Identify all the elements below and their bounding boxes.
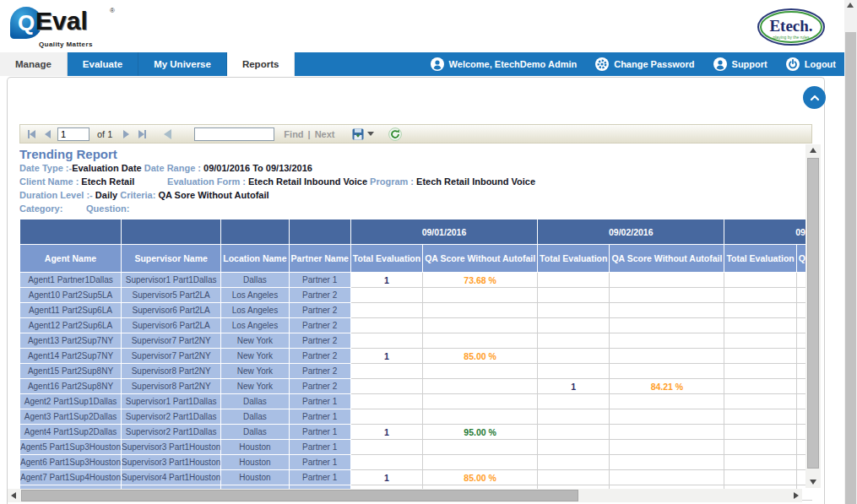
table-row: Agent10 Part2Sup5LASupervisor5 Part2LALo… <box>20 288 813 303</box>
qa-score-header: QA Score Without Autofail <box>610 245 724 273</box>
qa-score-cell <box>610 409 724 425</box>
supervisor-name-cell: Supervisor8 Part2NY <box>121 379 220 394</box>
column-header: Location Name <box>221 245 289 273</box>
tab-reports[interactable]: Reports <box>227 52 295 76</box>
location-name-cell: Dallas <box>221 425 289 440</box>
supervisor-name-cell: Supervisor4 Part1Houston <box>121 470 220 485</box>
total-evaluation-cell <box>538 409 610 425</box>
supervisor-name-cell: Supervisor2 Part1Dallas <box>121 425 220 440</box>
qa-score-cell <box>610 333 724 349</box>
gear-icon <box>595 57 609 71</box>
back-to-parent-button[interactable] <box>164 129 171 139</box>
duration-level-label: Duration Level :- <box>19 190 93 200</box>
scroll-right-arrow[interactable] <box>790 489 802 502</box>
table-row: Agent11 Part2Sup6LASupervisor6 Part2LALo… <box>20 303 813 318</box>
vertical-scrollbar-thumb[interactable] <box>807 158 819 469</box>
total-evaluation-cell <box>724 349 796 364</box>
welcome-user[interactable]: Welcome, EtechDemo Admin <box>431 57 578 71</box>
prev-page-button[interactable] <box>41 128 53 140</box>
qa-score-cell <box>610 364 724 379</box>
agent-name-cell: Agent7 Part1Sup4Houston <box>20 470 122 485</box>
qa-score-cell <box>423 409 538 425</box>
total-evaluation-cell <box>538 364 610 379</box>
total-evaluation-header: Total Evaluation <box>724 245 796 273</box>
supervisor-name-cell: Supervisor6 Part2LA <box>121 318 220 333</box>
partner-name-cell: Partner 1 <box>289 409 350 425</box>
support-button[interactable]: Support <box>713 57 768 71</box>
total-evaluation-cell <box>724 394 796 409</box>
tab-manage[interactable]: Manage <box>0 52 68 76</box>
partner-name-cell: Partner 1 <box>289 394 350 409</box>
qa-score-cell: 73.68 % <box>423 273 538 288</box>
agent-name-cell: Agent16 Part2Sup8NY <box>20 379 122 394</box>
table-row: Agent16 Part2Sup8NYSupervisor8 Part2NYNe… <box>20 379 813 394</box>
power-icon <box>786 57 800 71</box>
scroll-left-arrow[interactable] <box>8 489 19 502</box>
location-name-cell: Los Angeles <box>221 303 289 318</box>
logout-label: Logout <box>805 59 836 69</box>
total-evaluation-cell: 1 <box>350 349 422 364</box>
table-row: Agent12 Part2Sup6LASupervisor6 Part2LALo… <box>20 318 813 333</box>
total-evaluation-cell <box>538 455 610 470</box>
scroll-down-arrow[interactable] <box>805 476 821 488</box>
tab-evaluate[interactable]: Evaluate <box>68 52 138 76</box>
qa-score-cell <box>610 303 724 318</box>
collapse-panel-button[interactable] <box>803 86 826 109</box>
find-next-divider: | <box>308 129 311 139</box>
location-name-cell: New York <box>221 379 289 394</box>
total-evaluation-header: Total Evaluation <box>350 245 422 273</box>
etech-tagline: playing by the rules <box>773 35 810 40</box>
last-page-button[interactable] <box>136 128 148 140</box>
page-scroll-up-arrow[interactable] <box>847 3 854 8</box>
trending-report-table: 09/01/201609/02/201609/03/201609/04/2016… <box>19 219 812 501</box>
total-evaluation-cell: 1 <box>350 425 422 440</box>
table-row: Agent2 Part1Sup1DallasSupervisor1 Part1D… <box>20 394 813 409</box>
date-range-label: Date Range : <box>144 163 201 173</box>
supervisor-name-cell: Supervisor6 Part2LA <box>121 303 220 318</box>
next-page-button[interactable] <box>120 128 132 140</box>
page-scrollbar-thumb[interactable] <box>845 32 856 504</box>
column-header: Partner Name <box>289 245 350 273</box>
qa-score-cell <box>610 470 724 485</box>
page-number-input[interactable] <box>57 127 89 141</box>
navbar: Manage Evaluate My Universe Reports Welc… <box>0 52 844 76</box>
horizontal-scrollbar-thumb[interactable] <box>21 490 578 501</box>
total-evaluation-cell <box>350 379 422 394</box>
partner-name-cell: Partner 2 <box>289 349 350 364</box>
total-evaluation-cell: 1 <box>538 379 610 394</box>
qeval-logo: Q Eval ® Quality Matters <box>10 5 137 49</box>
change-password-button[interactable]: Change Password <box>595 57 694 71</box>
supervisor-name-cell: Supervisor7 Part2NY <box>121 333 220 349</box>
find-text-input[interactable] <box>194 127 274 141</box>
last-page-icon <box>138 130 144 138</box>
total-evaluation-cell <box>724 470 796 485</box>
export-button[interactable] <box>351 127 374 141</box>
total-evaluation-cell <box>724 379 796 394</box>
qa-score-cell: 84.21 % <box>610 379 724 394</box>
find-next-controls: Find | Next <box>284 129 334 139</box>
supervisor-name-cell: Supervisor3 Part1Houston <box>121 440 220 455</box>
next-page-icon <box>123 130 129 138</box>
tab-my-universe[interactable]: My Universe <box>138 52 227 76</box>
location-name-cell: Dallas <box>221 273 289 288</box>
supervisor-name-cell: Supervisor2 Part1Dallas <box>121 409 220 425</box>
qa-score-cell <box>423 318 538 333</box>
qa-score-cell <box>610 318 724 333</box>
logout-button[interactable]: Logout <box>786 57 836 71</box>
location-name-cell: Houston <box>221 440 289 455</box>
total-evaluation-cell <box>724 303 796 318</box>
program-label: Program : <box>370 176 414 187</box>
question-label: Question: <box>86 203 129 214</box>
category-label: Category: <box>19 203 62 214</box>
date-group-header: 09/01/2016 <box>350 219 537 245</box>
support-label: Support <box>732 59 768 69</box>
qa-score-cell <box>423 440 538 455</box>
qa-score-cell: 85.00 % <box>423 349 538 364</box>
refresh-button[interactable] <box>388 127 402 141</box>
find-button[interactable]: Find <box>284 129 303 139</box>
first-page-button[interactable] <box>25 128 37 140</box>
scroll-up-arrow[interactable] <box>805 144 821 156</box>
group-header-spacer <box>20 219 122 245</box>
next-result-button[interactable]: Next <box>315 129 335 139</box>
total-evaluation-cell: 1 <box>350 273 422 288</box>
